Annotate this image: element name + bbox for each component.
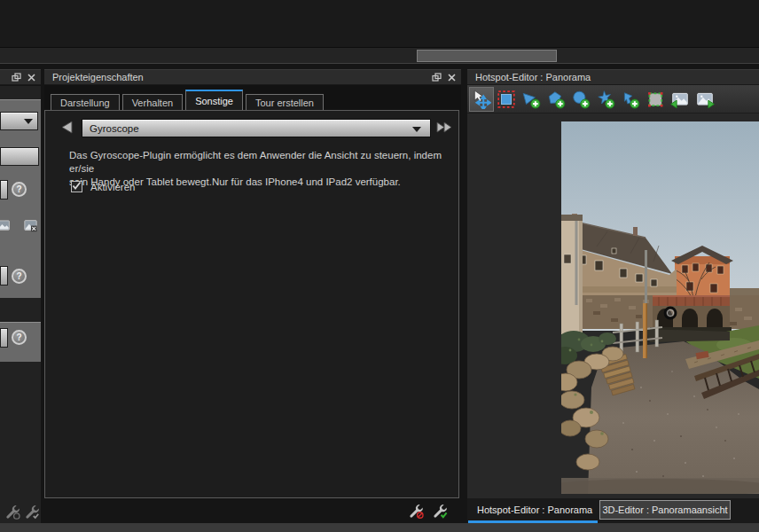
add-polygon-hotspot-button[interactable]: [544, 87, 568, 112]
chevron-down-icon: [412, 127, 421, 132]
add-point-hotspot-button[interactable]: [618, 87, 643, 112]
area-icon: [646, 90, 665, 109]
aktivieren-checkbox-row[interactable]: Aktivieren: [71, 181, 136, 192]
chevron-down-icon: [24, 119, 33, 124]
move-tool-button[interactable]: [469, 87, 494, 112]
help-button[interactable]: ?: [12, 269, 27, 284]
add-triangle-hotspot-button[interactable]: [519, 87, 544, 112]
add-star-hotspot-button[interactable]: [593, 87, 618, 112]
left-panel-field[interactable]: [0, 266, 8, 286]
image-icon: [0, 219, 11, 232]
status-strip: [0, 523, 759, 532]
hotspot-marker[interactable]: [665, 308, 676, 318]
previous-property-button[interactable]: [59, 121, 74, 137]
arrow-right-double-icon: [435, 121, 454, 134]
image-next-icon: [695, 90, 715, 109]
top-toolstrip: [0, 48, 759, 64]
panel-title: Hotspot-Editor : Panorama: [467, 72, 591, 82]
float-icon: [12, 73, 21, 82]
panel-title: Projekteigenschaften: [44, 72, 144, 82]
selection-icon: [497, 90, 516, 109]
checkbox-label: Aktivieren: [90, 182, 136, 192]
add-ellipse-hotspot-button[interactable]: [568, 87, 593, 112]
next-image-button[interactable]: [692, 87, 717, 112]
panorama-viewport[interactable]: [467, 113, 759, 498]
arrow-left-icon: [59, 121, 74, 134]
image-slot-button[interactable]: [0, 219, 11, 236]
hotspot-editor-titlebar: Hotspot-Editor : Panorama: [467, 69, 759, 85]
close-panel-button[interactable]: [446, 72, 457, 82]
next-property-button[interactable]: [435, 121, 454, 137]
sonstige-tab-content: Gyroscope Das Gyroscope-Plugin ermöglich…: [44, 110, 459, 498]
tab-verhalten[interactable]: Verhalten: [122, 94, 183, 110]
left-panel-field[interactable]: [0, 328, 8, 348]
triangle-icon: [521, 90, 541, 109]
float-panel-button[interactable]: [431, 72, 442, 82]
left-panel-titlebar: [0, 69, 41, 85]
hotspot-toolbar: [467, 85, 759, 113]
add-area-button[interactable]: [643, 87, 668, 112]
image-remove-icon: [23, 219, 38, 232]
left-panel-button[interactable]: [0, 147, 39, 166]
polygon-icon: [546, 90, 566, 109]
tab-tour-erstellen[interactable]: Tour erstellen: [246, 94, 324, 110]
toolbar-scroll-thumb[interactable]: [417, 50, 557, 62]
wrench-apply-icon: [24, 504, 40, 520]
editor-tab-bar: Hotspot-Editor : Panorama 3D-Editor : Pa…: [467, 498, 759, 523]
panorama-image[interactable]: [561, 121, 759, 494]
tab-hotspot-editor[interactable]: Hotspot-Editor : Panorama: [468, 498, 598, 520]
float-icon: [432, 73, 442, 82]
point-icon: [621, 90, 640, 109]
ellipse-icon: [571, 90, 591, 109]
star-icon: [596, 90, 615, 109]
project-panel-titlebar: Projekteigenschaften: [44, 69, 461, 85]
clear-image-button[interactable]: [23, 219, 38, 236]
plugin-select[interactable]: Gyroscope: [82, 119, 431, 137]
discard-changes-button-disabled: [4, 504, 20, 520]
previous-image-button[interactable]: [668, 87, 692, 112]
checkmark-icon: [71, 180, 82, 192]
image-prev-icon: [670, 90, 690, 109]
wrench-cancel-icon: [408, 503, 424, 519]
apply-changes-button-disabled: [24, 504, 40, 520]
wrench-cancel-icon: [4, 504, 20, 520]
float-panel-button[interactable]: [11, 72, 21, 82]
move-icon: [472, 90, 491, 109]
select-hotspot-button[interactable]: [494, 87, 519, 112]
apply-changes-button[interactable]: [432, 503, 448, 519]
help-button[interactable]: ?: [12, 182, 27, 197]
checkbox-checked[interactable]: [71, 181, 82, 192]
tab-sonstige[interactable]: Sonstige: [185, 90, 243, 110]
tab-3d-editor[interactable]: 3D-Editor : Panoramaansicht: [599, 500, 731, 520]
close-icon: [27, 74, 35, 82]
help-button[interactable]: ?: [12, 330, 27, 345]
wrench-apply-icon: [432, 503, 448, 519]
plugin-select-value: Gyroscope: [90, 123, 139, 134]
discard-changes-button[interactable]: [408, 503, 424, 519]
left-panel-dropdown[interactable]: [0, 112, 38, 130]
menu-area: [0, 0, 759, 48]
project-tab-bar: Darstellung Verhalten Sonstige Tour erst…: [44, 85, 461, 110]
left-panel-field[interactable]: [0, 180, 8, 200]
close-icon: [448, 74, 456, 82]
tab-darstellung[interactable]: Darstellung: [51, 94, 120, 110]
close-panel-button[interactable]: [26, 72, 36, 82]
